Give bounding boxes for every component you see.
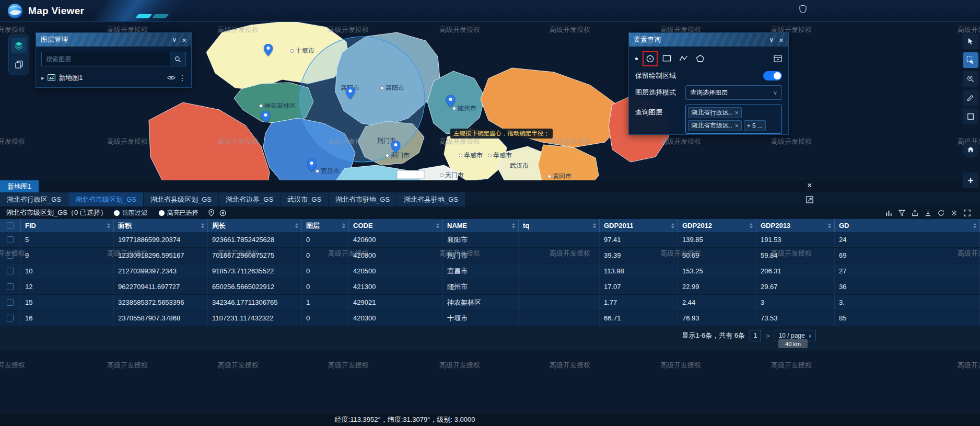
select-tool-button[interactable] xyxy=(963,33,978,49)
column-header[interactable]: GDP2012 xyxy=(678,219,756,232)
zoom-in-button[interactable]: + xyxy=(963,172,978,188)
row-checkbox[interactable] xyxy=(7,268,14,274)
row-checkbox[interactable] xyxy=(7,236,14,243)
row-checkbox[interactable] xyxy=(7,315,14,321)
header-badge-icon[interactable] xyxy=(799,5,807,13)
layer-tab[interactable]: 湖北省行政区_GS xyxy=(0,192,68,206)
more-options-icon[interactable]: ⋮ xyxy=(179,74,186,82)
column-header[interactable]: 周长 xyxy=(208,219,302,232)
draw-polyline-tool[interactable] xyxy=(679,55,688,62)
feature-query-tool-button[interactable] xyxy=(963,52,978,68)
layer-tab[interactable]: 湖北省市级区划_GS xyxy=(68,192,144,206)
table-row[interactable]: 153238585372.5653396342346.1771130676514… xyxy=(0,295,980,310)
query-layer-more-tag[interactable]: + 5 ... xyxy=(744,120,766,131)
row-checkbox[interactable] xyxy=(7,222,14,229)
save-result-tool[interactable] xyxy=(774,55,782,62)
layer-search-input[interactable] xyxy=(41,52,170,66)
attribute-query-tool-button[interactable] xyxy=(963,71,978,87)
collapse-icon[interactable]: ∨ xyxy=(172,37,177,43)
page-number-button[interactable]: 1 xyxy=(750,330,761,341)
map-pin-icon[interactable] xyxy=(446,95,455,107)
highlight-selected-pill[interactable]: 高亮已选择 xyxy=(157,208,203,218)
draw-tool-button[interactable] xyxy=(963,90,978,106)
sort-icon[interactable] xyxy=(750,223,753,228)
draw-circle-tool[interactable] xyxy=(646,54,655,63)
table-row[interactable]: 519771886599.20374923661.785242562804206… xyxy=(0,232,980,248)
feature-query-header[interactable]: 要素查询 ∨ × xyxy=(629,33,788,47)
range-filter-pill[interactable]: 范围过滤 xyxy=(112,208,152,218)
table-row[interactable]: 129622709411.697727650256.56650229120421… xyxy=(0,279,980,295)
export-button[interactable] xyxy=(912,210,918,216)
sort-icon[interactable] xyxy=(342,223,345,228)
download-button[interactable] xyxy=(925,210,931,216)
draw-point-tool[interactable] xyxy=(635,57,638,60)
column-header[interactable]: FID xyxy=(21,219,114,232)
close-icon[interactable]: × xyxy=(779,36,784,44)
column-header[interactable]: GD xyxy=(835,219,980,232)
sort-icon[interactable] xyxy=(828,223,831,228)
bottom-panel-expand-icon[interactable] xyxy=(806,196,813,203)
filter-button[interactable] xyxy=(899,210,905,216)
query-layer-tagbox[interactable]: 湖北省行政区..×湖北省市级区..×+ 5 ... xyxy=(685,105,782,134)
draw-rectangle-tool[interactable] xyxy=(662,55,671,62)
column-header[interactable]: CODE xyxy=(349,219,443,232)
query-layer-tag[interactable]: 湖北省行政区..× xyxy=(688,107,742,118)
column-header[interactable]: GDP2013 xyxy=(756,219,835,232)
table-row[interactable]: 1623705587907.378681107231.1174323220420… xyxy=(0,310,980,326)
map-switch-tool-button[interactable] xyxy=(11,56,27,72)
layer-tree-item[interactable]: ▶ 新地图1 ⋮ xyxy=(41,72,186,84)
refresh-button[interactable] xyxy=(938,210,944,216)
close-icon[interactable]: × xyxy=(182,36,186,44)
visibility-eye-icon[interactable] xyxy=(167,75,176,80)
keep-region-toggle[interactable] xyxy=(763,71,782,80)
document-tab[interactable]: 新地图1 xyxy=(0,180,39,192)
settings-button[interactable] xyxy=(951,210,958,216)
extent-tool-button[interactable] xyxy=(963,109,978,124)
caret-right-icon[interactable]: ▶ xyxy=(41,76,44,80)
table-row[interactable]: 1021270399397.2343918573.711263552204205… xyxy=(0,263,980,279)
tag-remove-icon[interactable]: × xyxy=(735,122,739,130)
clear-selection-button[interactable] xyxy=(219,210,226,216)
sort-icon[interactable] xyxy=(201,223,204,228)
locate-button[interactable] xyxy=(208,209,214,216)
column-header[interactable]: NAME xyxy=(443,219,519,232)
layer-mode-select[interactable]: 查询选择图层 ∨ xyxy=(685,85,782,100)
sort-icon[interactable] xyxy=(107,223,110,228)
home-button[interactable] xyxy=(962,141,979,158)
sort-icon[interactable] xyxy=(295,223,298,228)
row-checkbox[interactable] xyxy=(7,283,14,290)
map-pin-icon[interactable] xyxy=(391,141,400,153)
query-layer-tag[interactable]: 湖北省市级区..× xyxy=(688,120,742,131)
sort-icon[interactable] xyxy=(973,223,976,228)
column-header[interactable]: 图层 xyxy=(302,219,349,232)
layer-tab[interactable]: 湖北省市驻地_GS xyxy=(329,192,397,206)
collapse-icon[interactable]: ∨ xyxy=(769,37,774,43)
column-header[interactable]: GDP2011 xyxy=(600,219,678,232)
layer-manager-tool-button[interactable] xyxy=(11,38,27,53)
layer-manager-header[interactable]: 图层管理 ∨ × xyxy=(36,33,191,47)
bottom-panel-close-icon[interactable]: × xyxy=(807,181,812,190)
map-pin-icon[interactable] xyxy=(261,111,270,123)
table-row[interactable]: 912330918296.595167701667.29608752750420… xyxy=(0,248,980,263)
row-checkbox[interactable] xyxy=(7,252,14,259)
fullscreen-button[interactable] xyxy=(964,210,971,216)
sort-icon[interactable] xyxy=(512,223,515,228)
map-pin-icon[interactable] xyxy=(307,159,316,171)
draw-polygon-tool[interactable] xyxy=(696,54,705,62)
map-pin-icon[interactable] xyxy=(264,44,273,56)
layer-tab[interactable]: 湖北省县级区划_GS xyxy=(144,192,219,206)
column-header[interactable]: 面积 xyxy=(114,219,208,232)
layer-tab[interactable]: 武汉市_GS xyxy=(281,192,329,206)
tag-remove-icon[interactable]: × xyxy=(735,109,739,117)
next-page-button[interactable]: > xyxy=(766,332,770,340)
sort-icon[interactable] xyxy=(436,223,439,228)
sort-icon[interactable] xyxy=(593,223,596,228)
layer-tab[interactable]: 湖北省县驻地_GS xyxy=(397,192,465,206)
layer-search-button[interactable] xyxy=(170,52,186,66)
layer-tab[interactable]: 湖北省边界_GS xyxy=(219,192,281,206)
column-header[interactable]: tq xyxy=(519,219,600,232)
statistics-button[interactable] xyxy=(885,210,892,216)
sort-icon[interactable] xyxy=(671,223,674,228)
map-pin-icon[interactable] xyxy=(346,87,355,99)
row-checkbox[interactable] xyxy=(7,299,14,306)
